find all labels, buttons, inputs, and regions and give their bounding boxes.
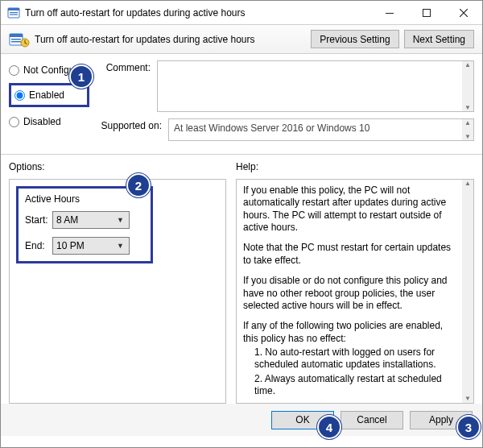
enabled-highlight: Enabled [9, 83, 89, 107]
options-heading: Options: [9, 161, 226, 177]
svg-rect-3 [10, 14, 18, 15]
help-p: If you enable this policy, the PC will n… [243, 185, 459, 234]
help-panel: If you enable this policy, the PC will n… [236, 179, 474, 404]
end-combobox[interactable]: 10 PM ▼ [52, 237, 130, 255]
chevron-down-icon: ▼ [117, 242, 124, 250]
radio-enabled-label: Enabled [29, 89, 64, 101]
window-title: Turn off auto-restart for updates during… [25, 7, 371, 19]
subheader-title: Turn off auto-restart for updates during… [35, 34, 306, 45]
start-value: 8 AM [56, 214, 78, 226]
titlebar: Turn off auto-restart for updates during… [1, 1, 482, 25]
svg-rect-5 [423, 9, 431, 16]
help-p: Note that the PC must restart for certai… [243, 242, 459, 267]
options-panel: Active Hours Start: 8 AM ▼ End: 10 PM ▼ [9, 179, 226, 404]
window-controls [371, 1, 482, 24]
help-scrollbar[interactable]: ▲▼ [462, 180, 473, 403]
svg-rect-2 [10, 12, 18, 13]
comment-scrollbar[interactable]: ▲▼ [462, 61, 473, 111]
active-hours-title: Active Hours [25, 193, 144, 205]
radio-not-configured-input[interactable] [9, 65, 19, 76]
active-hours-highlight: Active Hours Start: 8 AM ▼ End: 10 PM ▼ [16, 186, 153, 263]
options-column: Options: Active Hours Start: 8 AM ▼ End:… [9, 161, 226, 404]
svg-rect-8 [11, 39, 21, 40]
supported-label: Supported on: [99, 118, 168, 141]
start-row: Start: 8 AM ▼ [25, 211, 144, 229]
comment-row: Comment: ▲▼ [99, 60, 474, 112]
svg-rect-7 [10, 34, 23, 37]
apply-button[interactable]: Apply [410, 411, 473, 429]
start-label: Start: [25, 214, 52, 226]
radio-disabled[interactable]: Disabled [9, 114, 99, 130]
help-p: If you disable or do not configure this … [243, 275, 459, 312]
policy-icon [7, 6, 20, 19]
radio-enabled-input[interactable] [14, 90, 25, 101]
supported-row: Supported on: At least Windows Server 20… [99, 118, 474, 141]
end-row: End: 10 PM ▼ [25, 237, 144, 255]
end-label: End: [25, 240, 52, 251]
close-button[interactable] [445, 1, 482, 24]
upper-panel: Not Configured Enabled Disabled Comment:… [1, 54, 482, 151]
start-combobox[interactable]: 8 AM ▼ [52, 211, 130, 229]
end-value: 10 PM [56, 240, 85, 251]
radio-disabled-input[interactable] [9, 117, 19, 127]
radio-enabled[interactable]: Enabled [14, 87, 84, 103]
state-radio-group: Not Configured Enabled Disabled [9, 60, 99, 147]
chevron-down-icon: ▼ [117, 216, 124, 224]
svg-rect-1 [8, 8, 19, 10]
supported-on-value: At least Windows Server 2016 or Windows … [174, 122, 369, 134]
radio-not-configured[interactable]: Not Configured [9, 62, 99, 78]
help-p: If any of the following two policies are… [243, 320, 459, 345]
upper-fields: Comment: ▲▼ Supported on: At least Windo… [99, 60, 474, 147]
lower-panel: Options: Active Hours Start: 8 AM ▼ End:… [1, 158, 482, 404]
help-p: 2. Always automatically restart at sched… [243, 373, 459, 398]
dialog-footer: OK Cancel Apply [1, 404, 482, 436]
ok-button[interactable]: OK [271, 411, 334, 429]
horizontal-divider [1, 154, 482, 155]
comment-textarea[interactable]: ▲▼ [157, 60, 474, 112]
help-p: 1. No auto-restart with logged on users … [243, 346, 459, 371]
svg-rect-9 [11, 41, 21, 43]
previous-setting-button[interactable]: Previous Setting [311, 30, 398, 48]
svg-rect-4 [386, 13, 394, 14]
maximize-button[interactable] [408, 1, 445, 24]
comment-label: Comment: [99, 60, 157, 112]
radio-disabled-label: Disabled [23, 116, 61, 127]
help-column: Help: If you enable this policy, the PC … [236, 161, 474, 404]
supported-scrollbar[interactable]: ▲▼ [462, 119, 473, 140]
cancel-button[interactable]: Cancel [341, 411, 403, 429]
radio-not-configured-label: Not Configured [23, 64, 89, 76]
subheader: Turn off auto-restart for updates during… [1, 25, 482, 54]
supported-on-box: At least Windows Server 2016 or Windows … [168, 118, 474, 141]
help-heading: Help: [236, 161, 474, 177]
minimize-button[interactable] [371, 1, 408, 24]
next-setting-button[interactable]: Next Setting [404, 30, 474, 48]
policy-icon [9, 31, 30, 48]
